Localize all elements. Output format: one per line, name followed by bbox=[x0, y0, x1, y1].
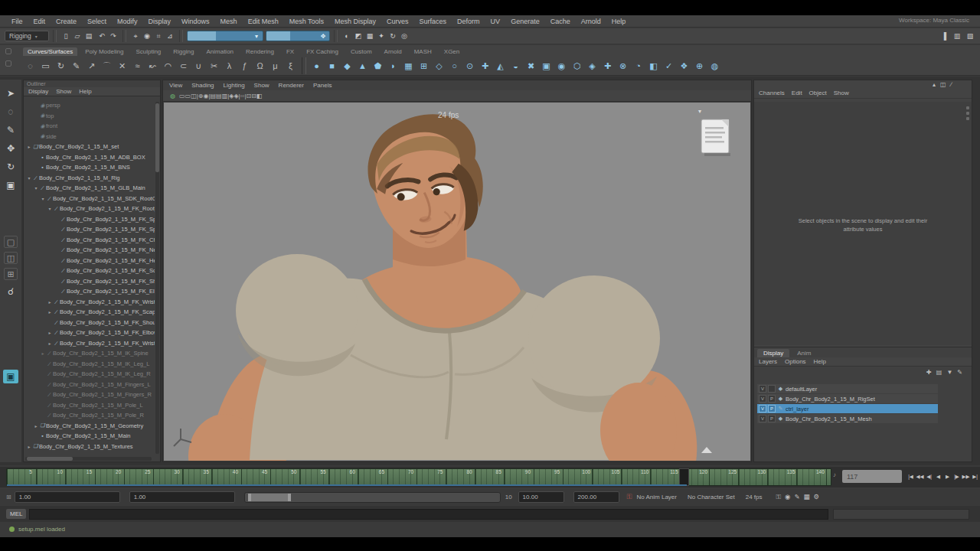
viewport-toolbar-icon[interactable]: ⊡ bbox=[246, 93, 251, 99]
tool-icon[interactable]: ✎ bbox=[3, 122, 18, 138]
tool-icon[interactable]: ✥ bbox=[3, 141, 18, 156]
layout-preset-icon[interactable]: ⊞ bbox=[4, 268, 18, 280]
shelf-tool-icon[interactable]: ƒ bbox=[237, 59, 252, 73]
viewport-toolbar-icon[interactable]: ▥ bbox=[222, 93, 228, 99]
viewport-toolbar-icon[interactable]: ⊟ bbox=[251, 93, 256, 99]
range-menu-icon[interactable]: ⊞ bbox=[6, 494, 11, 500]
file-op-icon[interactable]: ▯ bbox=[60, 31, 71, 41]
channelbox-menu-item[interactable]: Channels bbox=[759, 90, 785, 96]
outliner-item[interactable]: ∕Body_Chr_Body2_1_15_M_FK_Shoulder_L bbox=[24, 276, 155, 287]
layer-row[interactable]: VP◆Body_Chr_Body2_1_15_M_Mesh bbox=[757, 414, 938, 423]
render-icon[interactable]: ↻ bbox=[387, 31, 398, 41]
shelf-tab[interactable]: Sculpting bbox=[131, 47, 165, 56]
layer-menu-item[interactable]: Help bbox=[814, 358, 826, 365]
shelf-poly-icon[interactable]: ● bbox=[309, 59, 324, 73]
shelf-poly-icon[interactable]: ✚ bbox=[600, 59, 615, 73]
outliner-item[interactable]: ∕Body_Chr_Body2_1_15_M_FK_Neck_M bbox=[24, 245, 155, 256]
layer-visibility-toggle[interactable]: V bbox=[759, 395, 766, 403]
menubar-item[interactable]: Windows bbox=[176, 17, 215, 26]
render-icon[interactable]: ◐ bbox=[341, 31, 352, 41]
shelf-poly-icon[interactable]: ✖ bbox=[524, 59, 538, 73]
layer-menu-item[interactable]: Options bbox=[785, 358, 806, 365]
outliner-item[interactable]: ∕Body_Chr_Body2_1_15_M_FK_Spine2_M bbox=[24, 224, 155, 235]
menubar-item[interactable]: Deform bbox=[452, 17, 485, 26]
expand-caret-icon[interactable]: ▸ bbox=[47, 330, 53, 335]
outliner-item[interactable]: ∕Body_Chr_Body2_1_15_M_FK_Shoulder_R bbox=[24, 318, 155, 328]
playback-button[interactable]: ◀| bbox=[925, 470, 933, 483]
layer-visibility-toggle[interactable]: V bbox=[759, 385, 766, 393]
viewport-menu-item[interactable]: Panels bbox=[313, 82, 332, 89]
outliner-item[interactable]: ∕Body_Chr_Body2_1_15_M_IK_Leg_R bbox=[24, 369, 155, 380]
shelf-poly-icon[interactable]: ⬟ bbox=[371, 59, 385, 73]
outliner-item[interactable]: ▾∕Body_Chr_Body2_1_15_M_GLB_Main bbox=[24, 183, 155, 194]
sidebar-toggle-icon[interactable]: ▐ bbox=[939, 31, 949, 41]
viewport-menu-item[interactable]: View bbox=[169, 82, 182, 89]
layer-visibility-toggle[interactable]: V bbox=[759, 405, 766, 412]
layer-visibility-toggle[interactable]: V bbox=[759, 415, 766, 422]
shelf-tab[interactable]: Animation bbox=[201, 47, 238, 56]
menuset-dropdown[interactable]: Rigging ▾ bbox=[5, 31, 49, 41]
shelf-poly-icon[interactable]: ◉ bbox=[554, 59, 569, 73]
anim-option-icon[interactable]: ▦ bbox=[804, 493, 810, 501]
snap-icon[interactable]: ⌗ bbox=[153, 31, 164, 41]
expand-caret-icon[interactable]: ▸ bbox=[26, 444, 32, 449]
tool-icon[interactable]: ◌ bbox=[3, 104, 18, 119]
tool-icon[interactable]: ➤ bbox=[3, 86, 18, 101]
layer-row[interactable]: VP◆Body_Chr_Body2_1_15_M_RigSet bbox=[757, 394, 938, 403]
outliner-item[interactable]: ∕Body_Chr_Body2_1_15_M_FK_Head_M bbox=[24, 256, 155, 266]
selection-mode-field[interactable]: ✥ bbox=[266, 31, 330, 41]
outliner-hscrollbar[interactable] bbox=[25, 457, 152, 461]
shelf-tool-icon[interactable]: ⊂ bbox=[176, 59, 191, 73]
menubar-item[interactable]: Mesh Tools bbox=[284, 17, 329, 26]
tool-icon[interactable]: ↻ bbox=[3, 159, 18, 174]
outliner-vscrollbar[interactable] bbox=[155, 102, 159, 454]
outliner-item[interactable]: ▾∕Body_Chr_Body2_1_15_M_SDK_RootOffset bbox=[24, 194, 155, 204]
command-input[interactable] bbox=[29, 509, 828, 520]
shelf-poly-icon[interactable]: ◇ bbox=[432, 59, 446, 73]
layout-preset-icon[interactable]: ◫ bbox=[4, 252, 18, 264]
note-icon[interactable]: ▾ bbox=[698, 108, 730, 156]
layer-toolbar-icon[interactable]: ▼ bbox=[946, 369, 952, 376]
snap-icon[interactable]: ⊿ bbox=[165, 31, 175, 41]
outliner-item[interactable]: ▪Body_Chr_Body2_1_15_M_Main bbox=[24, 431, 155, 442]
shelf-tool-icon[interactable]: ✂ bbox=[207, 59, 221, 73]
shelf-tool-icon[interactable]: Ω bbox=[253, 59, 267, 73]
shelf-tool-icon[interactable]: ✕ bbox=[115, 59, 129, 73]
expand-caret-icon[interactable]: ▸ bbox=[47, 309, 53, 315]
render-icon[interactable]: ◩ bbox=[353, 31, 364, 41]
shelf-poly-icon[interactable]: ◍ bbox=[707, 59, 722, 73]
playback-button[interactable]: ◀ bbox=[934, 470, 942, 483]
menubar-item[interactable]: Generate bbox=[505, 17, 545, 26]
expand-caret-icon[interactable]: ▸ bbox=[47, 299, 53, 305]
outliner-item[interactable]: ∕Body_Chr_Body2_1_15_M_FK_Elbow_L bbox=[24, 286, 155, 297]
outliner-item[interactable]: ▸❏Body_Chr_Body2_1_15_M_set bbox=[24, 142, 155, 152]
menubar-item[interactable]: Display bbox=[143, 17, 177, 26]
shelf-tool-icon[interactable]: ≈ bbox=[130, 59, 145, 73]
shelf-tab[interactable]: Custom bbox=[346, 47, 377, 56]
viewport-toolbar-icon[interactable]: ⊕ bbox=[198, 93, 204, 99]
undo-redo-icon[interactable]: ↶ bbox=[96, 31, 107, 41]
menubar-item[interactable]: Arnold bbox=[576, 17, 606, 26]
menubar-item[interactable]: Curves bbox=[381, 17, 414, 26]
menubar-item[interactable]: Mesh bbox=[215, 17, 243, 26]
playback-button[interactable]: |▶ bbox=[952, 470, 961, 483]
current-frame-field[interactable]: 117 bbox=[842, 470, 902, 483]
shelf-tool-icon[interactable]: ◌ bbox=[23, 59, 38, 73]
outliner-item[interactable]: ▸∕Body_Chr_Body2_1_15_M_IK_Spine bbox=[24, 348, 155, 359]
render-icon[interactable]: ▦ bbox=[364, 31, 375, 41]
expand-caret-icon[interactable]: ▸ bbox=[40, 350, 46, 356]
outliner-item[interactable]: ▸∕Body_Chr_Body2_1_15_M_FK_Wrist_L bbox=[24, 297, 155, 308]
anim-layer-dropdown[interactable]: No Anim Layer bbox=[636, 494, 676, 500]
snap-icon[interactable]: ⌖ bbox=[130, 31, 141, 41]
expand-caret-icon[interactable]: ▾ bbox=[40, 196, 46, 201]
shelf-poly-icon[interactable]: ⊙ bbox=[462, 59, 477, 73]
shelf-poly-icon[interactable]: ○ bbox=[447, 59, 462, 73]
menubar-item[interactable]: Mesh Display bbox=[329, 17, 381, 26]
expand-caret-icon[interactable]: ▾ bbox=[47, 206, 53, 211]
shelf-tool-icon[interactable]: ↻ bbox=[54, 59, 68, 73]
layer-color-swatch[interactable]: ◆ bbox=[777, 396, 784, 402]
undo-redo-icon[interactable]: ↷ bbox=[108, 31, 119, 41]
playback-button[interactable]: ▶▶ bbox=[962, 470, 970, 483]
shelf-poly-icon[interactable]: ⬡ bbox=[570, 59, 584, 73]
layer-editor-tab[interactable]: Display bbox=[757, 349, 789, 357]
